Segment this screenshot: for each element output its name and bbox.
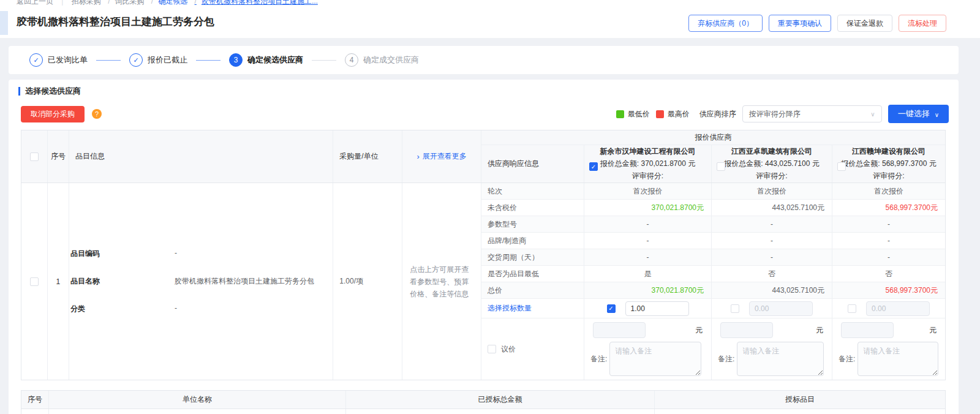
step-connector <box>312 60 336 61</box>
header-seq: 序号 <box>48 130 69 183</box>
supplier-1-checkbox[interactable] <box>589 162 598 171</box>
awarded-summary-table: 序号 单位名称 已授标总金额 授标品目 370,021.8700 <box>21 390 946 414</box>
value-cell: 否 <box>832 266 945 282</box>
bargain-amount-input-3[interactable] <box>841 322 894 338</box>
unit-label: 元 <box>695 325 703 336</box>
value-cell-lowest: 370,021.8700元 <box>584 282 712 298</box>
supplier-column-2: 江西亚卓凯建筑有限公司 报价总金额: 443,025.7100 元 评审得分: <box>712 145 832 183</box>
award-cell-supplier-3 <box>832 299 945 318</box>
chevron-down-icon <box>870 110 875 118</box>
note-label: 备注: <box>718 354 734 364</box>
response-info-label: 供应商响应信息 <box>481 145 584 183</box>
fail-bid-button[interactable]: 流标处理 <box>899 15 946 32</box>
section-title-text: 选择候选供应商 <box>25 86 81 97</box>
award-quantity-input-3[interactable] <box>866 301 930 316</box>
supplier-2-checkbox[interactable] <box>717 162 725 171</box>
value-cell: 首次报价 <box>584 183 712 199</box>
row-label: 是否为品目最低 <box>481 266 584 282</box>
row-label: 轮次 <box>481 183 584 199</box>
value-cell: 否 <box>712 266 832 282</box>
breadcrumb-item-inquiry[interactable]: 询比采购 <box>103 0 144 6</box>
supplier-sort-select[interactable]: 按评审得分降序 <box>742 105 882 122</box>
breadcrumb: 返回上一页 | 招标采购 询比采购 确定候选 胶带机撒料落料整治项目土建施工..… <box>17 0 318 6</box>
section-title: 选择候选供应商 <box>18 86 949 97</box>
step-select-candidates: 3 确定候选供应商 <box>229 53 303 67</box>
value-cell: - <box>712 249 832 265</box>
value-cell: - <box>712 233 832 249</box>
deposit-refund-button[interactable]: 保证金退款 <box>837 15 892 32</box>
step-label: 确定成交供应商 <box>363 55 419 66</box>
breadcrumb-back-link[interactable]: 返回上一页 <box>17 0 53 6</box>
value-cell-highest: 568,997.3700元 <box>832 200 945 216</box>
steps-card: 已发询比单 报价已截止 3 确定候选供应商 4 确定成交供应商 <box>9 46 959 74</box>
important-confirm-button[interactable]: 重要事项确认 <box>769 15 831 32</box>
abandon-supplier-button[interactable]: 弃标供应商（0） <box>688 15 763 32</box>
toolbar-right: 最低价 最高价 供应商排序 按评审得分降序 一键选择 <box>616 105 949 123</box>
award-checkbox-2[interactable] <box>731 304 739 313</box>
quote-table-header: 序号 品目信息 采购量/单位 展开查看更多 报价供应商 供应商响应信息 新余市汉… <box>21 130 945 183</box>
supplier-3-checkbox[interactable] <box>837 162 846 171</box>
legend-lowest-price: 最低价 <box>616 109 650 119</box>
award-checkbox-3[interactable] <box>848 304 856 313</box>
step-confirm-winner: 4 确定成交供应商 <box>345 53 419 67</box>
breadcrumb-divider: | <box>61 0 63 6</box>
bargain-note-textarea-3[interactable] <box>858 342 938 376</box>
one-click-select-label: 一键选择 <box>898 108 930 119</box>
breadcrumb-item-candidate[interactable]: 确定候选 <box>146 0 187 6</box>
row-label: 交货周期（天） <box>481 249 584 265</box>
supplier-amount: 报价总金额: 370,021.8700 元 <box>600 159 695 169</box>
bargain-note-textarea-1[interactable] <box>609 342 701 376</box>
award-quantity-link[interactable]: 选择授标数量 <box>488 303 532 314</box>
expand-hint-cell: 点击上方可展开查看参数型号、预算价格、备注等信息 <box>402 183 481 380</box>
award-quantity-input-2[interactable] <box>749 301 813 316</box>
bargain-label: 议价 <box>501 344 516 355</box>
cancel-partial-purchase-button[interactable]: 取消部分采购 <box>21 106 85 122</box>
breadcrumb-item-project[interactable]: 胶带机撒料落料整治项目土建施工... <box>190 0 318 6</box>
row-select-cell <box>21 183 48 380</box>
step-number: 4 <box>345 53 358 67</box>
header-qty-unit: 采购量/单位 <box>333 130 402 183</box>
bargain-note-textarea-2[interactable] <box>737 342 824 376</box>
expand-view-more-link[interactable]: 展开查看更多 <box>417 151 466 162</box>
row-checkbox[interactable] <box>30 277 39 286</box>
header-expand-cell: 展开查看更多 <box>402 130 481 183</box>
section-title-bar <box>18 87 20 96</box>
value-cell-highest: 568,997.3700元 <box>832 282 945 298</box>
value-cell-lowest: 370,021.8700元 <box>584 200 712 216</box>
check-icon <box>29 53 43 67</box>
row-label: 总价 <box>481 282 584 298</box>
award-quantity-input-1[interactable] <box>625 301 689 316</box>
value-cell: 首次报价 <box>712 183 832 199</box>
header-select-all-cell <box>21 130 48 183</box>
help-icon[interactable] <box>92 109 102 119</box>
bargain-amount-input-1[interactable] <box>593 322 646 338</box>
progress-steps: 已发询比单 报价已截止 3 确定候选供应商 4 确定成交供应商 <box>29 53 419 67</box>
award-checkbox-1[interactable] <box>607 304 616 313</box>
quote-suppliers-header: 报价供应商 <box>481 130 945 145</box>
supplier-column-1: 新余市汉坤建设工程有限公司 报价总金额: 370,021.8700 元 评审得分… <box>584 145 712 183</box>
item-code-field: 品目编码 - <box>70 249 333 259</box>
lowest-price-swatch <box>616 110 624 118</box>
row-brand: 品牌/制造商 - - - <box>481 233 945 249</box>
bargain-amount-input-2[interactable] <box>720 322 773 338</box>
one-click-select-button[interactable]: 一键选择 <box>888 105 949 123</box>
bargain-checkbox[interactable] <box>488 345 496 353</box>
breadcrumb-item-bidding[interactable]: 招标采购 <box>72 0 101 6</box>
sort-selected-value: 按评审得分降序 <box>749 109 801 119</box>
row-label: 未含税价 <box>481 200 584 216</box>
value-cell: - <box>584 216 712 232</box>
toolbar-left: 取消部分采购 <box>21 106 102 122</box>
supplier-values-block: 轮次 首次报价 首次报价 首次报价 未含税价 370,021.8700元 443… <box>481 183 945 380</box>
legend-label: 最高价 <box>668 109 690 119</box>
field-label: 品目编码 <box>70 249 175 259</box>
legend-highest-price: 最高价 <box>656 109 690 119</box>
bargain-label-cell: 议价 <box>481 318 584 380</box>
legend-label: 最低价 <box>628 109 650 119</box>
field-label: 分类 <box>70 304 175 314</box>
row-delivery-period: 交货周期（天） - - - <box>481 249 945 266</box>
supplier-score: 评审得分: <box>756 171 787 181</box>
value-cell: 443,025.7100元 <box>712 282 832 298</box>
row-round: 轮次 首次报价 首次报价 首次报价 <box>481 183 945 200</box>
select-all-checkbox[interactable] <box>30 152 39 161</box>
supplier-name: 新余市汉坤建设工程有限公司 <box>600 146 696 157</box>
